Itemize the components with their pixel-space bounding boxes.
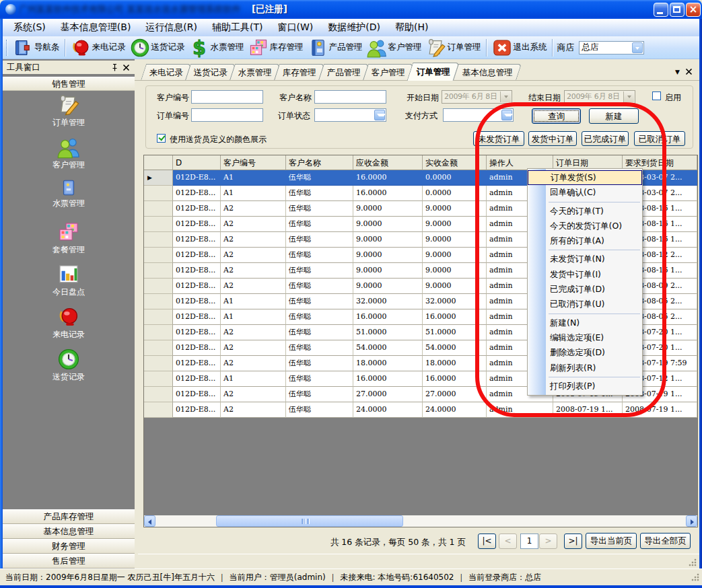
- sidebar-item-call-log[interactable]: 来电记录: [3, 303, 135, 345]
- sidebar-section-sales[interactable]: 销售管理: [3, 77, 135, 91]
- column-header[interactable]: 实收金额: [423, 155, 487, 170]
- context-menu-item[interactable]: 订单发货(S): [528, 170, 642, 185]
- context-menu-item[interactable]: 未发货订单(N): [528, 252, 642, 266]
- tab-basic-info[interactable]: 基本信息管理: [453, 64, 522, 81]
- row-selector[interactable]: [144, 325, 173, 340]
- toolbar-delivery-log-button[interactable]: 送货记录: [128, 38, 187, 58]
- horizontal-scrollbar[interactable]: [144, 515, 697, 527]
- menu-help[interactable]: 帮助(H): [388, 22, 435, 34]
- tab-call-log[interactable]: 来电记录: [141, 64, 191, 81]
- scrollbar-thumb[interactable]: [216, 515, 403, 527]
- status-resize-grip[interactable]: [691, 573, 700, 581]
- column-header[interactable]: D: [173, 155, 221, 170]
- chevron-down-icon[interactable]: [500, 91, 511, 102]
- menu-run-info[interactable]: 运行信息(R): [138, 22, 205, 34]
- toolbar-exit-button[interactable]: 退出系统: [490, 38, 549, 58]
- close-icon[interactable]: [122, 63, 131, 72]
- tab-customer[interactable]: 客户管理: [363, 64, 413, 81]
- row-selector[interactable]: [144, 402, 173, 418]
- menu-basic-info[interactable]: 基本信息管理(B): [53, 22, 139, 34]
- context-menu-item[interactable]: 刷新列表(R): [528, 361, 642, 375]
- export-current-page-button[interactable]: 导出当前页: [586, 533, 637, 549]
- close-button[interactable]: ×: [686, 3, 701, 17]
- customer-name-input[interactable]: [314, 90, 386, 104]
- context-menu-item[interactable]: 编辑选定项(E): [528, 330, 642, 345]
- context-menu-item[interactable]: 打印列表(P): [528, 379, 642, 394]
- toolbar-water-ticket-button[interactable]: $ 水票管理: [187, 38, 246, 58]
- last-page-button[interactable]: >|: [564, 534, 582, 549]
- chevron-down-icon[interactable]: [501, 110, 512, 120]
- toolbar-inventory-button[interactable]: 库存管理: [246, 38, 306, 58]
- menu-data-maint[interactable]: 数据维护(D): [320, 22, 388, 34]
- row-selector[interactable]: [144, 232, 173, 248]
- row-selector[interactable]: ▶: [144, 170, 173, 186]
- order-status-select[interactable]: [314, 108, 386, 122]
- row-selector[interactable]: [144, 294, 173, 309]
- customer-no-input[interactable]: [191, 90, 263, 104]
- row-selector[interactable]: [144, 356, 173, 371]
- order-no-input[interactable]: [191, 108, 263, 122]
- sidebar-bar-finance[interactable]: 财务管理: [3, 539, 135, 554]
- toolbar-grip[interactable]: [6, 40, 8, 56]
- sidebar-item-order[interactable]: 订单管理: [3, 91, 135, 133]
- sidebar-item-today-check[interactable]: 今日盘点: [3, 260, 135, 303]
- tab-list-dropdown-icon[interactable]: ▼: [675, 69, 680, 75]
- tab-delivery-log[interactable]: 送货记录: [185, 64, 236, 81]
- tab-close-icon[interactable]: [685, 68, 693, 75]
- context-menu-item[interactable]: 今天的发货订单(O): [528, 219, 642, 233]
- sidebar-bar-basic-info[interactable]: 基本信息管理: [3, 524, 135, 539]
- row-selector[interactable]: [144, 248, 173, 263]
- end-date-field[interactable]: 2009年 6月 8日: [564, 90, 635, 104]
- menu-aux-tools[interactable]: 辅助工具(T): [205, 22, 270, 34]
- minimize-button[interactable]: [654, 3, 668, 17]
- menu-window[interactable]: 窗口(W): [270, 22, 320, 34]
- context-menu-item[interactable]: 已取消订单(U): [528, 297, 642, 311]
- toolbar-customer-button[interactable]: 客户管理: [365, 38, 424, 58]
- context-menu-item[interactable]: 所有的订单(A): [528, 233, 642, 248]
- filter-completed-button[interactable]: 已完成订单: [582, 131, 629, 146]
- shop-select[interactable]: 总店: [579, 41, 644, 54]
- filter-shipping-button[interactable]: 发货中订单: [528, 131, 577, 146]
- column-header[interactable]: 应收金额: [353, 155, 423, 170]
- menu-system[interactable]: 系统(S): [6, 22, 53, 34]
- row-selector[interactable]: [144, 340, 173, 356]
- scroll-right-icon[interactable]: [686, 515, 697, 527]
- toolbar-product-button[interactable]: 产品管理: [306, 38, 365, 58]
- row-selector[interactable]: [144, 201, 173, 217]
- chevron-down-icon[interactable]: [374, 110, 385, 120]
- context-menu-item[interactable]: 回单确认(C): [528, 185, 642, 200]
- maximize-button[interactable]: [670, 3, 685, 17]
- pay-method-select[interactable]: [443, 108, 514, 122]
- filter-cancelled-button[interactable]: 已取消订单: [634, 131, 685, 146]
- table-row[interactable]: 012D-E8...A2伍华聪24.000024.0000admin2008-0…: [144, 402, 697, 418]
- row-selector[interactable]: [144, 186, 173, 201]
- resize-grip[interactable]: [689, 558, 697, 566]
- column-header[interactable]: 客户编号: [221, 155, 286, 170]
- chevron-down-icon[interactable]: [632, 42, 643, 53]
- query-button[interactable]: 查询: [532, 108, 581, 124]
- pin-icon[interactable]: [110, 63, 119, 72]
- toolbar-navbar-button[interactable]: 导航条: [11, 38, 62, 58]
- context-menu-item[interactable]: 发货中订单(I): [528, 267, 642, 282]
- context-menu-item[interactable]: 已完成订单(D): [528, 282, 642, 297]
- context-menu-item[interactable]: 今天的订单(T): [528, 204, 642, 219]
- sidebar-item-package[interactable]: 套餐管理: [3, 218, 135, 260]
- next-page-button[interactable]: >: [539, 534, 557, 549]
- row-selector[interactable]: [144, 217, 173, 232]
- tab-inventory[interactable]: 库存管理: [274, 64, 324, 81]
- tab-water-ticket[interactable]: 水票管理: [230, 64, 280, 81]
- toolbar-call-log-button[interactable]: 来电记录: [69, 38, 128, 58]
- toolbar-order-button[interactable]: 订单管理: [424, 38, 483, 58]
- row-selector[interactable]: [144, 263, 173, 279]
- tab-order[interactable]: 订单管理: [407, 63, 460, 81]
- start-date-field[interactable]: 2009年 6月 8日: [442, 90, 512, 104]
- filter-unshipped-button[interactable]: 未发货订单: [473, 131, 524, 146]
- context-menu-item[interactable]: 删除选定项(D): [528, 345, 642, 360]
- new-button[interactable]: 新建: [589, 108, 639, 124]
- sidebar-bar-product-inventory[interactable]: 产品库存管理: [3, 509, 135, 524]
- prev-page-button[interactable]: <: [499, 534, 517, 549]
- row-selector[interactable]: [144, 387, 173, 402]
- enable-checkbox[interactable]: [652, 91, 661, 100]
- chevron-down-icon[interactable]: [623, 91, 634, 102]
- tab-product[interactable]: 产品管理: [318, 64, 369, 81]
